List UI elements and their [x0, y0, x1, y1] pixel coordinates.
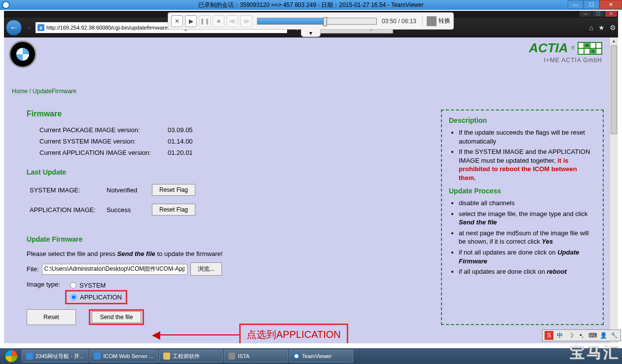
reset-flag-button[interactable]: Reset Flag [152, 204, 195, 216]
version-row: Current PACKAGE IMAGE version:03.09.05 [39, 126, 426, 134]
radio-application[interactable]: APPLICATION [71, 292, 122, 302]
rewind-icon[interactable]: ≪ [226, 15, 238, 27]
wrench-icon[interactable]: 🔧 [610, 331, 619, 340]
version-row: Current SYSTEM IMAGE version:01.14.00 [39, 138, 426, 145]
softkeyboard-icon[interactable]: ⌨ [588, 331, 597, 340]
teamviewer-titlebar: 已录制的会话：359093120 ==> 457 803 249 - 日期：20… [0, 0, 622, 10]
browse-button[interactable]: 浏览... [190, 262, 222, 276]
file-path-input[interactable] [42, 264, 187, 275]
table-row: APPLICATION IMAGE: Success Reset Flag [30, 204, 200, 222]
forward-button[interactable]: → [24, 23, 34, 33]
breadcrumb-current[interactable]: UpdateFirmware [33, 88, 76, 95]
stop-square-icon[interactable]: ■ [213, 15, 224, 27]
watermark: 宝马汇 [570, 343, 620, 363]
slider-handle[interactable] [323, 17, 327, 26]
convert-label: 转换 [439, 17, 450, 25]
play-icon[interactable]: ▶ [185, 15, 197, 27]
start-button[interactable] [2, 349, 21, 363]
breadcrumb-home[interactable]: Home [12, 88, 28, 95]
file-label: File: [27, 265, 39, 273]
ie-minimize-button[interactable]: — [580, 11, 591, 17]
page-content: ACTIA® I+ME ACTIA GmbH Home / UpdateFirm… [4, 37, 609, 343]
playback-slider[interactable] [257, 18, 377, 25]
ime-lang[interactable]: 中 [555, 331, 564, 340]
remote-desktop: — ☐ ✕ ← → e http://169.254.92.38:60080/c… [4, 11, 618, 343]
settings-icon[interactable]: ⚙ [610, 24, 616, 32]
last-update-heading: Last Update [27, 168, 426, 176]
punctuation-icon[interactable]: •, [577, 331, 586, 340]
taskbar: 2345网址导航 - 开... ICOM Web Server ... 工程师软… [0, 348, 622, 364]
favorites-icon[interactable]: ★ [598, 24, 605, 32]
taskbar-item[interactable]: TeamViewer [289, 350, 353, 363]
url-text: http://169.254.92.38:60080/cgi-bin/updat… [46, 25, 188, 31]
scrollbar[interactable] [609, 37, 618, 343]
actia-logo-text: ACTIA [529, 40, 568, 56]
breadcrumb: Home / UpdateFirmware [12, 88, 604, 95]
description-panel: Description If the update succeeds the f… [441, 109, 604, 325]
convert-icon [427, 16, 437, 26]
actia-brand: ACTIA® I+ME ACTIA GmbH [529, 40, 602, 64]
taskbar-item[interactable]: 工程师软件 [159, 350, 223, 363]
playback-time: 03:50 / 06:13 [382, 18, 416, 25]
actia-grid-icon [578, 42, 602, 55]
windows-logo-icon [5, 350, 17, 362]
send-file-button[interactable]: Send the file [92, 311, 141, 323]
radio-system[interactable]: SYSTEM [70, 281, 127, 290]
ie-icon [26, 353, 33, 360]
firmware-heading: Firmware [27, 109, 426, 118]
ime-logo-icon: S [545, 331, 553, 340]
maximize-button[interactable]: ☐ [584, 0, 599, 9]
moon-icon[interactable]: ☽ [566, 331, 575, 340]
minimize-button[interactable]: — [568, 0, 584, 9]
stop-icon[interactable]: ✕ [171, 15, 183, 27]
reset-flag-button[interactable]: Reset Flag [152, 184, 195, 196]
reset-button[interactable]: Reset [27, 309, 76, 325]
ie-tools: ⌂ ★ ⚙ [589, 24, 616, 32]
table-row: SYSTEM IMAGE: Notverified Reset Flag [30, 184, 200, 203]
playback-toolbar: ✕ ▶ ❚❚ ■ ≪ ≫ 03:50 / 06:13 转换 ▾ [168, 12, 454, 30]
teamviewer-icon [293, 353, 299, 359]
ie-maximize-button[interactable]: ☐ [592, 11, 604, 17]
pause-icon[interactable]: ❚❚ [199, 15, 211, 27]
back-button[interactable]: ← [6, 20, 22, 36]
taskbar-item[interactable]: 2345网址导航 - 开... [22, 350, 88, 363]
bmw-logo [9, 40, 37, 68]
update-firmware-heading: Update Firmware [27, 235, 426, 243]
version-row: Current APPLICATION IMAGE version:01.20.… [39, 149, 426, 156]
pulldown-handle[interactable]: ▾ [301, 29, 321, 37]
ie-icon: e [37, 24, 44, 31]
home-icon[interactable]: ⌂ [589, 24, 593, 32]
window-title: 已录制的会话：359093120 ==> 457 803 249 - 日期：20… [198, 1, 423, 9]
user-icon[interactable]: 👤 [599, 331, 608, 340]
taskbar-item[interactable]: ISTA [224, 350, 288, 363]
image-type-label: Image type: [27, 281, 70, 304]
convert-button[interactable]: 转换 [422, 16, 450, 26]
folder-icon [163, 353, 170, 360]
ime-toolbar[interactable]: S 中 ☽ •, ⌨ 👤 🔧 [542, 329, 621, 341]
teamviewer-icon [2, 1, 10, 9]
ie-close-button[interactable]: ✕ [605, 11, 617, 17]
annotation-1: ◀ 点选到APPLICATION [152, 324, 348, 343]
ista-icon [228, 353, 235, 360]
close-button[interactable]: ✕ [599, 0, 622, 9]
taskbar-item[interactable]: ICOM Web Server ... [89, 350, 158, 363]
actia-subtitle: I+ME ACTIA GmbH [529, 57, 602, 64]
ie-icon [94, 353, 101, 360]
forward-icon[interactable]: ≫ [240, 15, 252, 27]
